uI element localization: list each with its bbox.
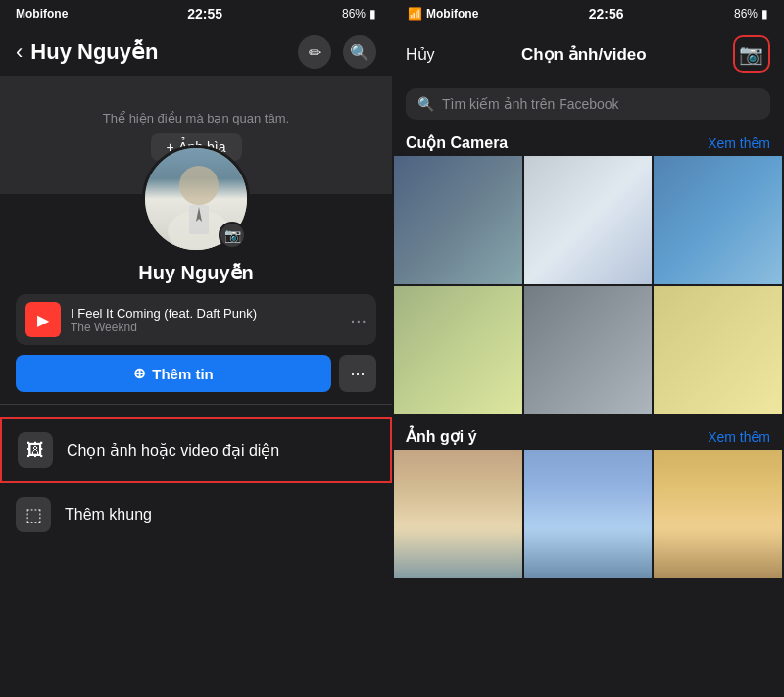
left-battery: 86% ▮ (342, 7, 376, 21)
signal-icon: 📶 (408, 7, 422, 21)
left-carrier: Mobifone (16, 7, 68, 21)
profile-name-header: Huy Nguyễn (30, 39, 290, 65)
edit-button[interactable]: ✏ (298, 35, 331, 69)
left-status-bar: Mobifone 22:55 86% ▮ (0, 0, 392, 27)
photo-cell-2[interactable] (524, 156, 653, 284)
battery-icon: ▮ (369, 7, 376, 21)
svg-point-0 (179, 166, 219, 205)
action-row: ⊕ Thêm tin ··· (16, 355, 376, 392)
photo-cell-6[interactable] (654, 286, 782, 415)
choose-title: Chọn ảnh/video (521, 44, 647, 65)
choose-photo-menu-item[interactable]: 🖼 Chọn ảnh hoặc video đại diện (0, 417, 392, 483)
suggested-see-more[interactable]: Xem thêm (708, 429, 770, 445)
left-header: ‹ Huy Nguyễn ✏ 🔍 (0, 27, 392, 76)
photo-cell-1[interactable] (394, 156, 522, 284)
music-play-icon[interactable]: ▶ (25, 302, 61, 337)
right-time: 22:56 (589, 6, 624, 22)
music-bar: ▶ I Feel It Coming (feat. Daft Punk) The… (16, 294, 376, 345)
avatar-camera-button[interactable]: 📷 (219, 222, 246, 249)
add-info-icon: ⊕ (133, 365, 146, 382)
right-header: Hủy Chọn ảnh/video 📷 (392, 27, 784, 80)
add-info-button[interactable]: ⊕ Thêm tin (16, 355, 331, 392)
suggested-title: Ảnh gợi ý (406, 427, 477, 446)
left-panel: Mobifone 22:55 86% ▮ ‹ Huy Nguyễn ✏ 🔍 Th… (0, 0, 392, 697)
camera-icon: 📷 (739, 42, 763, 66)
more-options-button[interactable]: ··· (339, 355, 376, 392)
add-frame-icon: ⬚ (16, 497, 51, 532)
choose-photo-icon: 🖼 (18, 432, 53, 468)
profile-username: Huy Nguyễn (0, 261, 392, 284)
music-artist: The Weeknd (71, 321, 340, 334)
photo-cell-5[interactable] (524, 286, 653, 415)
right-status-bar: 📶 Mobifone 22:56 86% ▮ (392, 0, 784, 27)
camera-roll-header: Cuộn Camera Xem thêm (392, 127, 784, 156)
right-carrier: 📶 Mobifone (408, 7, 478, 21)
open-camera-button[interactable]: 📷 (733, 35, 770, 73)
suggested-cell-2[interactable] (524, 450, 653, 578)
camera-icon: 📷 (224, 227, 241, 243)
camera-roll-title: Cuộn Camera (406, 133, 508, 152)
suggested-grid (392, 450, 784, 578)
search-input[interactable]: Tìm kiếm ảnh trên Facebook (442, 96, 619, 112)
music-info: I Feel It Coming (feat. Daft Punk) The W… (71, 306, 340, 334)
suggested-cell-3[interactable] (654, 450, 782, 578)
edit-icon: ✏ (309, 43, 321, 62)
photo-cell-3[interactable] (654, 156, 782, 284)
cancel-button[interactable]: Hủy (406, 45, 435, 64)
suggested-header: Ảnh gợi ý Xem thêm (392, 422, 784, 450)
right-battery-value: 86% (734, 7, 758, 21)
search-button[interactable]: 🔍 (343, 35, 376, 69)
camera-roll-see-more[interactable]: Xem thêm (708, 135, 770, 151)
add-frame-label: Thêm khung (65, 506, 152, 523)
avatar-area: 📷 (0, 145, 392, 253)
choose-photo-label: Chọn ảnh hoặc video đại diện (67, 441, 279, 460)
search-icon: 🔍 (350, 43, 369, 62)
header-icons: ✏ 🔍 (298, 35, 376, 69)
add-frame-menu-item[interactable]: ⬚ Thêm khung (0, 483, 392, 546)
add-info-label: Thêm tin (152, 366, 214, 382)
right-battery-icon: ▮ (761, 7, 768, 21)
suggested-cell-1[interactable] (394, 450, 522, 578)
right-panel: 📶 Mobifone 22:56 86% ▮ Hủy Chọn ảnh/vide… (392, 0, 784, 697)
search-bar[interactable]: 🔍 Tìm kiếm ảnh trên Facebook (406, 88, 770, 120)
photo-cell-4[interactable] (394, 286, 522, 415)
right-battery: 86% ▮ (734, 7, 768, 21)
left-time: 22:55 (187, 6, 222, 22)
avatar-wrapper: 📷 (142, 145, 250, 253)
music-title: I Feel It Coming (feat. Daft Punk) (71, 306, 340, 321)
camera-roll-grid (392, 156, 784, 414)
cover-placeholder: Thể hiện điều mà bạn quan tâm. (103, 111, 289, 125)
back-button[interactable]: ‹ (16, 39, 23, 65)
divider (0, 404, 392, 405)
search-icon: 🔍 (417, 96, 434, 112)
music-more-button[interactable]: ··· (350, 309, 367, 331)
